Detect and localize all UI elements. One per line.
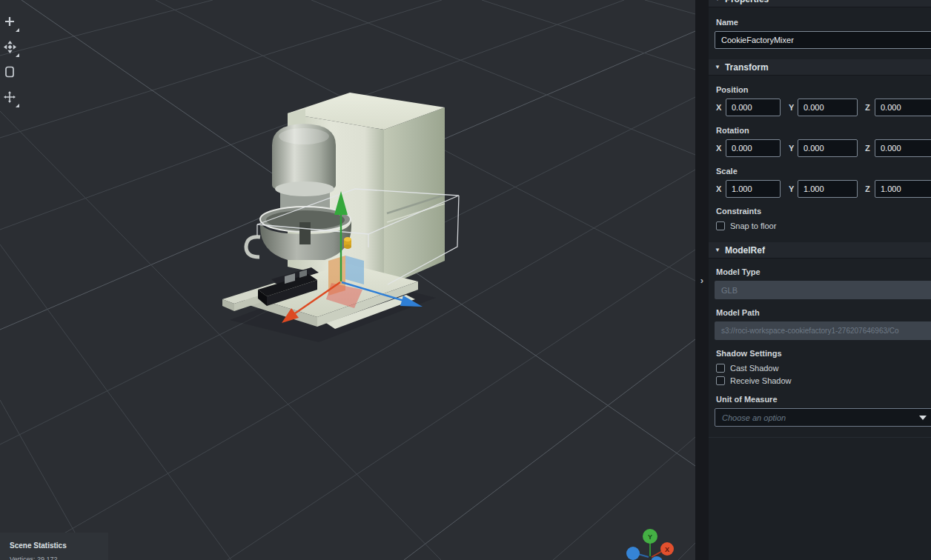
viewport-toolbar — [1, 13, 21, 105]
bowl-handle — [246, 237, 260, 257]
section-header-properties[interactable]: ▼ Properties — [709, 0, 931, 7]
plus-icon — [4, 16, 16, 27]
gizmo-yellow-handle[interactable] — [344, 237, 351, 249]
navigate-tool-button[interactable] — [1, 39, 18, 55]
cast-shadow-checkbox[interactable] — [716, 364, 725, 373]
panel-collapse-chevron-icon[interactable]: › — [700, 276, 703, 285]
cast-shadow-row[interactable]: Cast Shadow — [716, 363, 778, 373]
axis-x-label: X — [716, 184, 721, 193]
translate-arrows-icon — [4, 91, 16, 103]
rotation-z-input[interactable] — [875, 139, 931, 157]
section-title: Transform — [725, 62, 769, 73]
3d-scene-canvas[interactable]: Y X — [0, 0, 695, 560]
scale-y-input[interactable] — [798, 180, 858, 198]
add-object-button[interactable] — [1, 13, 18, 30]
gizmo-y-label: Y — [648, 533, 652, 541]
name-input[interactable] — [715, 31, 931, 49]
move-arrows-icon — [4, 41, 16, 53]
chevron-down-icon — [919, 416, 927, 420]
translate-tool-button[interactable] — [1, 89, 18, 105]
receive-shadow-label: Receive Shadow — [730, 376, 792, 385]
rotation-label: Rotation — [716, 126, 749, 135]
position-label: Position — [716, 85, 748, 94]
position-z-input[interactable] — [875, 99, 931, 116]
position-row: X Y Z — [709, 99, 931, 116]
collapse-triangle-icon: ▼ — [715, 64, 720, 70]
section-header-transform[interactable]: ▼ Transform — [709, 59, 931, 76]
scale-z-input[interactable] — [875, 180, 931, 198]
constraints-label: Constraints — [716, 207, 761, 216]
section-title: Properties — [725, 0, 769, 4]
snap-to-floor-checkbox[interactable] — [716, 221, 725, 230]
scale-row: X Y Z — [709, 180, 931, 198]
axis-z-label: Z — [865, 184, 870, 193]
model-type-label: Model Type — [716, 267, 761, 276]
receive-shadow-checkbox[interactable] — [716, 376, 725, 385]
snap-to-floor-label: Snap to floor — [730, 221, 776, 230]
scene-statistics-panel: Scene Statistics Vertices: 29,172 — [0, 533, 108, 560]
section-header-modelref[interactable]: ▼ ModelRef — [709, 242, 931, 259]
scene-composer-app: Y X — [0, 0, 931, 560]
axis-y-label: Y — [789, 184, 794, 193]
rotation-row: X Y Z — [709, 139, 931, 157]
position-y-input[interactable] — [798, 99, 858, 116]
axis-z-label: Z — [865, 103, 870, 112]
gizmo-x-label: X — [665, 546, 669, 553]
unit-of-measure-select[interactable]: Choose an option — [715, 408, 931, 427]
properties-panel: ▼ Properties Name ▼ Transform Position X… — [709, 0, 931, 560]
collapse-triangle-icon: ▼ — [715, 247, 720, 253]
panel-gutter: › — [695, 0, 709, 560]
gizmo-axis-ball-z[interactable] — [626, 547, 640, 560]
unit-of-measure-label: Unit of Measure — [716, 395, 778, 404]
unit-of-measure-placeholder: Choose an option — [722, 413, 919, 422]
rotation-x-input[interactable] — [726, 139, 781, 157]
position-x-input[interactable] — [726, 99, 781, 116]
3d-viewport[interactable]: Y X — [0, 0, 695, 560]
section-title: ModelRef — [725, 245, 765, 256]
shadow-settings-label: Shadow Settings — [716, 349, 782, 358]
model-path-label: Model Path — [716, 308, 760, 317]
scene-statistics-detail: Vertices: 29,172 — [10, 556, 108, 560]
panel-divider — [709, 437, 931, 438]
collapse-triangle-icon: ▼ — [715, 0, 720, 2]
axis-z-label: Z — [865, 144, 870, 153]
rotation-y-input[interactable] — [798, 139, 858, 157]
scale-x-input[interactable] — [726, 180, 781, 198]
cast-shadow-label: Cast Shadow — [730, 364, 778, 373]
receive-shadow-row[interactable]: Receive Shadow — [716, 376, 792, 386]
axis-y-label: Y — [789, 144, 794, 153]
scene-statistics-title: Scene Statistics — [10, 541, 108, 550]
model-type-value: GLB — [715, 281, 931, 299]
view-orientation-gizmo[interactable]: Y X — [626, 529, 674, 560]
axis-y-label: Y — [789, 103, 794, 112]
axis-x-label: X — [716, 103, 721, 112]
snap-to-floor-row[interactable]: Snap to floor — [716, 221, 776, 231]
object-tool-button[interactable] — [1, 64, 18, 80]
name-label: Name — [716, 18, 738, 27]
scale-label: Scale — [716, 167, 738, 176]
model-path-value: s3://roci-workspace-cookiefactory1-27620… — [715, 321, 931, 340]
axis-x-label: X — [716, 144, 721, 153]
cube-outline-icon — [4, 65, 16, 79]
